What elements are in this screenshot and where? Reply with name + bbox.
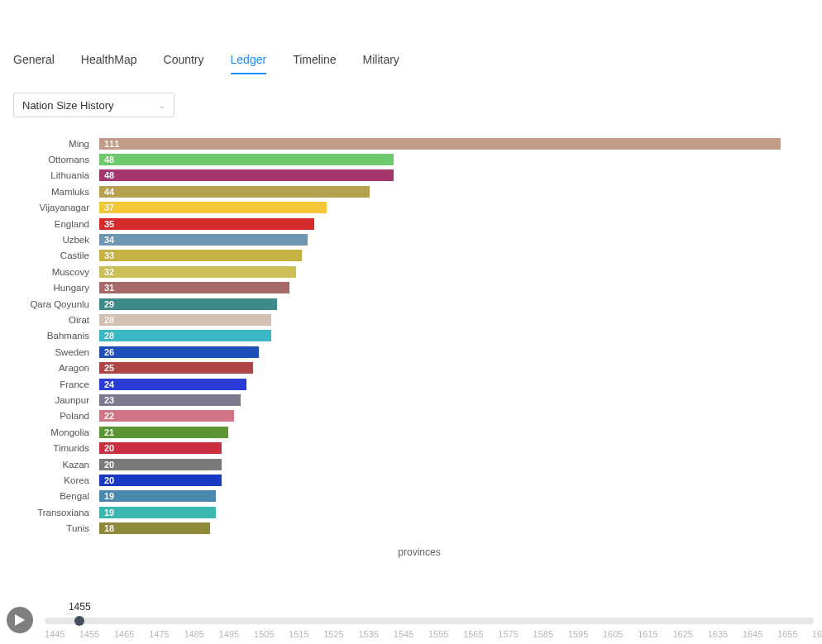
- timeline-tick: 1525: [323, 629, 324, 639]
- bar[interactable]: 20: [99, 475, 222, 486]
- bar-value: 20: [99, 475, 114, 485]
- bar-label: Oirat: [0, 315, 94, 325]
- bar[interactable]: 33: [99, 250, 302, 261]
- bar-row: England35: [99, 216, 781, 231]
- timeline-tick: 1505: [254, 629, 255, 639]
- bar[interactable]: 111: [99, 138, 781, 150]
- bar-value: 111: [99, 139, 119, 149]
- bar[interactable]: 20: [99, 442, 222, 454]
- bar[interactable]: 44: [99, 186, 370, 198]
- timeline-tick: 1615: [638, 629, 638, 639]
- bar[interactable]: 31: [99, 282, 289, 293]
- bar-row: Mongolia21: [99, 424, 781, 440]
- bar-label: Poland: [0, 411, 94, 421]
- x-axis-label: provinces: [58, 546, 781, 558]
- timeline-tick: 1585: [533, 629, 534, 639]
- bar[interactable]: 18: [99, 522, 210, 534]
- bar-value: 21: [99, 427, 114, 437]
- timeline-tick: 1555: [428, 629, 429, 639]
- bar[interactable]: 48: [99, 169, 394, 181]
- bar[interactable]: 37: [99, 202, 327, 213]
- bar-value: 31: [99, 283, 114, 293]
- bar[interactable]: 25: [99, 362, 253, 374]
- bar-label: Lithuania: [0, 170, 94, 180]
- bar-label: Timurids: [0, 443, 94, 453]
- tab-ledger[interactable]: Ledger: [231, 53, 267, 74]
- bar-label: Qara Qoyunlu: [0, 299, 94, 309]
- bar-row: Lithuania48: [99, 168, 781, 184]
- chevron-down-icon: ⌄: [158, 100, 165, 111]
- bar[interactable]: 23: [99, 394, 241, 406]
- bar-value: 25: [99, 363, 114, 373]
- bar-label: Ming: [0, 139, 94, 149]
- bar-value: 48: [99, 155, 114, 165]
- bar-row: Jaunpur23: [99, 392, 781, 408]
- bar-row: Sweden26: [99, 344, 781, 360]
- bar[interactable]: 21: [99, 427, 228, 438]
- bar-label: Aragon: [0, 363, 94, 373]
- bar-row: Qara Qoyunlu29: [99, 296, 781, 312]
- bar[interactable]: 19: [99, 490, 216, 502]
- bar-value: 29: [99, 299, 114, 309]
- bar[interactable]: 22: [99, 410, 234, 422]
- timeline-tick: 1605: [603, 629, 604, 639]
- bar[interactable]: 20: [99, 459, 222, 470]
- bar[interactable]: 28: [99, 330, 271, 341]
- bar-row: Transoxiana19: [99, 504, 781, 520]
- bar[interactable]: 26: [99, 346, 259, 358]
- timeline-thumb[interactable]: [74, 616, 84, 626]
- bar[interactable]: 32: [99, 266, 296, 278]
- bar[interactable]: 19: [99, 507, 216, 518]
- play-button[interactable]: [7, 607, 33, 633]
- bar-label: Transoxiana: [0, 508, 94, 518]
- tab-timeline[interactable]: Timeline: [293, 53, 336, 74]
- tab-country[interactable]: Country: [164, 53, 204, 74]
- bar-label: Bahmanis: [0, 331, 94, 341]
- bar-value: 37: [99, 203, 114, 212]
- bar-value: 23: [99, 395, 114, 405]
- tab-general[interactable]: General: [13, 53, 55, 74]
- tabs: GeneralHealthMapCountryLedgerTimelineMil…: [0, 38, 822, 74]
- bar[interactable]: 48: [99, 154, 394, 165]
- bar-row: France24: [99, 376, 781, 392]
- bar-value: 22: [99, 411, 114, 421]
- bar-row: Bahmanis28: [99, 328, 781, 344]
- bar-chart: Ming111Ottomans48Lithuania48Mamluks44Vij…: [0, 136, 822, 558]
- bar-label: Mamluks: [0, 187, 94, 197]
- bar-row: Vijayanagar37: [99, 200, 781, 216]
- chart-type-select[interactable]: Nation Size History ⌄: [13, 93, 174, 117]
- bar-value: 18: [99, 523, 114, 533]
- timeline-tick: 1455: [79, 629, 80, 639]
- bar-label: France: [0, 379, 94, 389]
- bar-value: 28: [99, 315, 114, 325]
- bar-row: Bengal19: [99, 489, 781, 504]
- timeline-tick: 1465: [114, 629, 115, 639]
- timeline-tick: 1625: [672, 629, 673, 639]
- timeline-tick: 1475: [149, 629, 150, 639]
- bar[interactable]: 34: [99, 234, 308, 246]
- bar-row: Hungary31: [99, 280, 781, 296]
- timeline-tick: 1595: [568, 629, 569, 639]
- bar-label: Vijayanagar: [0, 203, 94, 212]
- bar-label: Sweden: [0, 347, 94, 357]
- tab-healthmap[interactable]: HealthMap: [81, 53, 137, 74]
- timeline-tick: 1655: [777, 629, 778, 639]
- bar-row: Muscovy32: [99, 264, 781, 279]
- timeline-track[interactable]: [45, 618, 814, 624]
- bar[interactable]: 35: [99, 218, 314, 230]
- bar-label: Kazan: [0, 460, 94, 470]
- bar-value: 48: [99, 170, 114, 180]
- bar[interactable]: 24: [99, 379, 246, 390]
- bar-value: 20: [99, 443, 114, 453]
- timeline-tick: 1665: [812, 629, 813, 639]
- timeline-tick: 1575: [498, 629, 499, 639]
- bar-value: 35: [99, 219, 114, 229]
- bar-value: 33: [99, 250, 114, 260]
- timeline-tick: 1515: [289, 629, 289, 639]
- bar[interactable]: 29: [99, 298, 277, 310]
- bar-row: Kazan20: [99, 456, 781, 472]
- timeline-tick: 1485: [184, 629, 184, 639]
- bar-label: Castile: [0, 250, 94, 260]
- bar[interactable]: 28: [99, 314, 271, 326]
- tab-military[interactable]: Military: [363, 53, 399, 74]
